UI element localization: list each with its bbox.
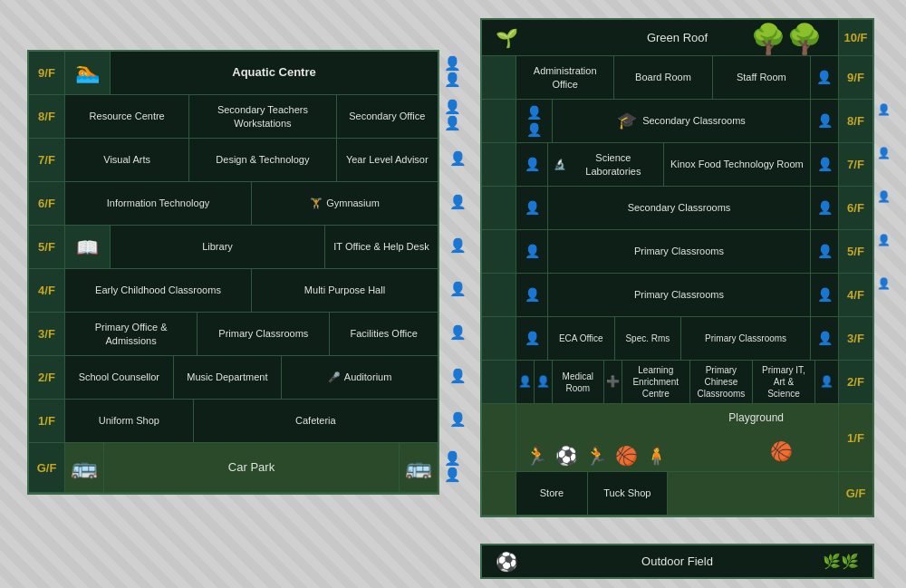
right-person-7f: 👤	[811, 143, 838, 186]
secondary-teachers-workstations: Secondary Teachers Workstations	[189, 95, 336, 138]
right-person-3f: 👤	[811, 317, 838, 360]
floor-label-6f-left: 6/F	[29, 182, 65, 225]
floor-3f-left: 3/F Primary Office & Admissions Primary …	[29, 313, 438, 356]
grad-icon: 🎓	[617, 111, 637, 131]
music-department: Music Department	[174, 356, 283, 399]
right-label-3f: 3/F	[838, 317, 872, 360]
visual-arts: Visual Arts	[65, 139, 189, 181]
floor-9f-left: 9/F 🏊 Aquatic Centre	[29, 52, 438, 95]
tuck-shop: Tuck Shop	[588, 472, 668, 515]
person-icon-6f: 👤	[516, 187, 548, 229]
floor-label-8f-left: 8/F	[29, 95, 65, 138]
cafeteria: Cafeteria	[194, 400, 438, 442]
facilities-office: Facilities Office	[330, 313, 438, 355]
floor-7f-right: 👤 🔬Science Laboratories Kinox Food Techn…	[482, 143, 872, 187]
person-icon-2f-2: 👤	[535, 361, 553, 403]
bus-icon-right: 🚌	[400, 443, 438, 492]
floor-label-7f-right	[482, 143, 516, 186]
primary-chinese-classrooms: Primary Chinese Classrooms	[690, 361, 753, 403]
eca-office: ECA Office	[548, 317, 615, 360]
floor-label-4f-right	[482, 274, 516, 316]
people-icon-4f: 👤	[449, 267, 467, 311]
floor-label-6f-right	[482, 187, 516, 229]
early-childhood-classrooms: Early Childhood Classrooms	[65, 269, 252, 312]
person-icon-2f: 👤	[516, 361, 535, 403]
floor-4f-right: 👤 Primary Classrooms 👤 4/F	[482, 274, 872, 317]
tree-icon: 🌳🌳	[750, 22, 823, 56]
right-person-4f: 👤	[811, 274, 838, 316]
playground-label: Playground	[728, 411, 784, 424]
floor-9f-right: Administration Office Board Room Staff R…	[482, 56, 872, 100]
people-icon-9f: 👤👤	[444, 50, 471, 93]
floor-4f-left: 4/F Early Childhood Classrooms Multi Pur…	[29, 269, 438, 313]
right-strip-9f: 👤	[870, 88, 897, 131]
primary-classrooms-4f: Primary Classrooms	[548, 274, 811, 316]
floor-label-7f-left: 7/F	[29, 139, 65, 181]
floor-label-4f-left: 4/F	[29, 269, 65, 312]
primary-classrooms-left: Primary Classrooms	[198, 313, 330, 355]
floor-label-9f-right	[482, 56, 516, 99]
floor-label-9f-left: 9/F	[29, 52, 65, 94]
store: Store	[516, 472, 588, 515]
outdoor-field-label: Outdoor Field	[641, 554, 713, 568]
floor-label-3f-right	[482, 317, 516, 360]
school-counsellor: School Counsellor	[65, 356, 174, 399]
primary-office-admissions: Primary Office & Admissions	[65, 313, 198, 355]
right-person-5f: 👤	[811, 230, 838, 273]
mic-icon: 🎤	[328, 371, 341, 383]
multi-purpose-hall: Multi Purpose Hall	[252, 269, 438, 312]
primary-classrooms-5f: Primary Classrooms	[548, 230, 811, 273]
right-label-8f: 8/F	[838, 100, 872, 142]
people-icon-gf: 👤👤	[444, 441, 471, 491]
right-label-10f: 10/F	[838, 20, 872, 55]
floor-7f-left: 7/F Visual Arts Design & Technology Year…	[29, 139, 438, 182]
floor-label-gf-right	[482, 472, 516, 515]
floor-2f-right: 👤 👤 Medical Room ➕ Learning Enrichment C…	[482, 361, 872, 404]
resource-centre: Resource Centre	[65, 95, 189, 138]
right-icons-strip: 👤 👤 👤 👤 👤	[870, 88, 897, 305]
secondary-classrooms-8f: 🎓Secondary Classrooms	[553, 100, 811, 142]
right-label-9f: 9/F	[838, 56, 872, 99]
floor-label-8f-right	[482, 100, 516, 142]
soccer-icon: ⚽	[496, 551, 518, 573]
science-laboratories: 🔬Science Laboratories	[548, 143, 664, 186]
people-icon-1f: 👤	[449, 398, 467, 441]
gymnasium: 🏋Gymnasium	[252, 182, 438, 225]
right-label-1f: 1/F	[838, 404, 872, 471]
car-park: Car Park	[104, 443, 400, 492]
swim-icon: 🏊	[65, 52, 111, 94]
medical-room: Medical Room	[553, 361, 604, 403]
right-building: 🌱 Green Roof 🌳🌳 10/F Administration Offi…	[480, 18, 874, 517]
floor-label-5f-right	[482, 230, 516, 273]
right-label-6f: 6/F	[838, 187, 872, 229]
playground-figures: 🏃⚽🏃🏀🧍	[525, 445, 766, 467]
plant-icon: 🌱	[496, 27, 518, 49]
floor-1f-right: Playground 🏃⚽🏃🏀🧍 🏀 1/F	[482, 404, 872, 472]
grass-icon: 🌿🌿	[823, 553, 859, 570]
right-label-4f: 4/F	[838, 274, 872, 316]
people-icon-3f: 👤	[449, 311, 467, 354]
floor-gf-right: Store Tuck Shop G/F	[482, 472, 872, 516]
primary-classrooms-3f: Primary Classrooms	[681, 317, 811, 360]
green-roof-row: 🌱 Green Roof 🌳🌳 10/F	[482, 20, 872, 56]
design-technology: Design & Technology	[189, 139, 336, 181]
secondary-office: Secondary Office	[337, 95, 438, 138]
secondary-classrooms-6f: Secondary Classrooms	[548, 187, 811, 229]
floor-6f-right: 👤 Secondary Classrooms 👤 6/F	[482, 187, 872, 230]
right-strip-5f: 👤	[870, 262, 897, 305]
floor-label-5f-left: 5/F	[29, 226, 65, 268]
administration-office: Administration Office	[516, 56, 614, 99]
right-label-5f: 5/F	[838, 230, 872, 273]
auditorium: 🎤Auditorium	[282, 356, 438, 399]
people-icon-8f: 👤👤	[444, 93, 471, 137]
library: Library	[111, 226, 325, 268]
people-icon-7f: 👤	[449, 137, 467, 180]
year-level-advisor: Year Level Advisor	[337, 139, 438, 181]
spec-rms: Spec. Rms	[615, 317, 682, 360]
aquatic-centre: Aquatic Centre	[111, 52, 438, 94]
medical-icon: ➕	[604, 361, 622, 403]
right-person-6f: 👤	[811, 187, 838, 229]
staff-room: Staff Room	[713, 56, 811, 99]
bus-icon-left: 🚌	[65, 443, 104, 492]
people-icon-2f: 👤	[449, 354, 467, 398]
